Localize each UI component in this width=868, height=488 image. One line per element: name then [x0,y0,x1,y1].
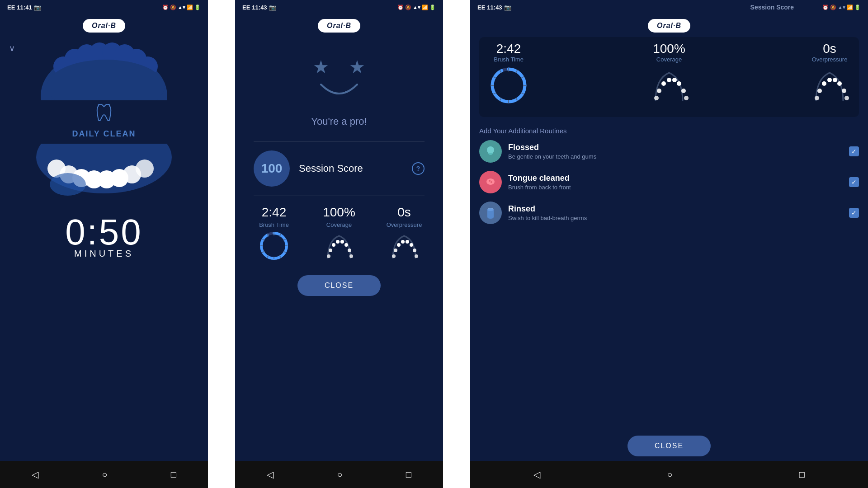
routine-item-rinsed: Rinsed Swish to kill bad-breath germs ✓ [479,202,859,224]
info-icon[interactable]: ? [412,162,425,175]
svg-point-86 [489,180,491,182]
overpressure-label-3: Overpressure [812,56,848,63]
brush-time-value-3: 2:42 [496,42,521,56]
status-bar-2: EE 11:43 📷 ⏰ 🔕 ▲▾ 📶 🔋 [235,0,443,14]
chevron-down-icon[interactable]: ∨ [9,43,15,53]
svg-point-38 [327,254,330,258]
recents-button-3[interactable]: □ [799,469,805,480]
back-button-2[interactable]: ◁ [267,469,274,480]
svg-point-51 [410,243,413,247]
carrier-1: EE [7,4,15,11]
floss-icon-svg [484,145,497,158]
signal-icon-1: ▲▾ [178,5,185,10]
flossed-checkbox[interactable]: ✓ [849,146,859,156]
brush-time-stat: 2:42 Brush Time [254,205,294,262]
tongue-icon-svg [484,175,497,189]
svg-point-41 [336,240,340,244]
coverage-label: Coverage [326,221,352,228]
svg-point-50 [406,240,409,244]
rinsed-checkbox[interactable]: ✓ [849,208,859,218]
tongue-checkbox[interactable]: ✓ [849,177,859,187]
phone1-main-content: ∨ DAILY C [0,37,208,461]
daily-clean-label: DAILY CLEAN [72,129,136,139]
tongue-text: Tongue cleaned Brush from back to front [508,174,843,191]
brush-circle-svg [258,230,290,262]
svg-point-21 [50,173,86,196]
stats-row-2: 2:42 Brush Time [254,205,425,262]
svg-point-48 [397,243,401,247]
recents-button-1[interactable]: □ [171,469,176,480]
status-bar-3: EE 11:43 📷 Session Score ⏰ 🔕 ▲▾ 📶 🔋 [470,0,868,14]
status-right-2: ⏰ 🔕 ▲▾ 📶 🔋 [397,5,436,10]
logo-bar-1: Oral·B [0,14,208,37]
flossed-text: Flossed Be gentle on your teeth and gums [508,143,843,160]
svg-point-25 [261,233,287,258]
photo-icon-2: 📷 [269,4,276,11]
brush-time-value: 2:42 [262,205,287,220]
svg-point-73 [677,81,681,86]
close-button-2[interactable]: CLOSE [297,275,381,296]
carrier-2: EE [242,4,250,11]
alarm-icon-3: ⏰ [822,5,829,10]
coverage-svg-3 [650,67,689,103]
status-left-1: EE 11:41 📷 [7,4,41,11]
svg-point-44 [348,249,351,252]
teeth-top-arc [36,42,172,100]
tongue-icon [479,171,502,193]
home-button-2[interactable]: ○ [337,469,342,480]
coverage-stat: 100% Coverage [319,205,359,262]
smiley-face: ★ ★ [294,51,384,107]
phone-screen-2: EE 11:43 📷 ⏰ 🔕 ▲▾ 📶 🔋 Oral·B ★ ★ [235,0,443,488]
coverage-svg [323,231,355,261]
home-button-3[interactable]: ○ [667,469,672,480]
back-button-3[interactable]: ◁ [533,469,540,480]
status-right-1: ⏰ 🔕 ▲▾ 📶 🔋 [162,5,201,10]
oral-b-logo-2: Oral·B [318,19,360,33]
svg-point-43 [344,243,348,247]
tongue-desc: Brush from back to front [508,184,843,191]
svg-point-55 [492,69,525,102]
alarm-icon-1: ⏰ [162,5,169,10]
teeth-top-svg [36,42,172,100]
phone-screen-1: EE 11:41 📷 ⏰ 🔕 ▲▾ 📶 🔋 Oral·B ∨ [0,0,208,488]
svg-point-46 [392,254,396,258]
overpressure-svg-3 [811,67,849,103]
back-button-1[interactable]: ◁ [32,469,38,480]
oral-b-logo-1: Oral·B [83,19,125,33]
home-button-1[interactable]: ○ [102,469,107,480]
battery-icon-1: 🔋 [194,5,201,10]
overpressure-stat: 0s Overpressure [384,205,425,262]
session-score-row: 100 Session Score ? [254,150,425,196]
recents-button-2[interactable]: □ [406,469,411,480]
status-left-3: EE 11:43 📷 [477,4,511,11]
coverage-value-3: 100% [653,42,685,56]
mute-icon-3: 🔕 [830,5,836,10]
mute-icon-1: 🔕 [170,5,176,10]
svg-point-71 [667,78,671,82]
svg-point-84 [487,146,494,154]
svg-point-39 [329,249,332,252]
rinse-icon-svg [484,206,497,220]
svg-point-85 [486,178,495,185]
floss-icon [479,140,502,163]
divider-1 [254,141,425,141]
photo-icon-3: 📷 [504,4,511,11]
svg-point-68 [654,96,659,100]
status-left-2: EE 11:43 📷 [242,4,276,11]
mute-icon-2: 🔕 [405,5,411,10]
svg-text:★: ★ [313,57,329,77]
overpressure-value-3: 0s [823,42,836,56]
nav-bar-2: ◁ ○ □ [235,461,443,488]
svg-point-20 [99,177,104,182]
session-score-header: Session Score [750,4,794,11]
stats-row-top-3: 2:42 Brush Time [484,42,854,108]
close-button-3[interactable]: CLOSE [627,436,711,456]
svg-point-70 [661,81,666,86]
svg-point-40 [332,243,335,247]
time-1: 11:41 [17,4,32,11]
wifi-icon-2: 📶 [422,5,428,10]
phone3-main-content: 2:42 Brush Time [470,37,868,461]
svg-point-69 [657,89,661,93]
rinsed-desc: Swish to kill bad-breath germs [508,215,843,221]
svg-point-87 [491,181,492,183]
